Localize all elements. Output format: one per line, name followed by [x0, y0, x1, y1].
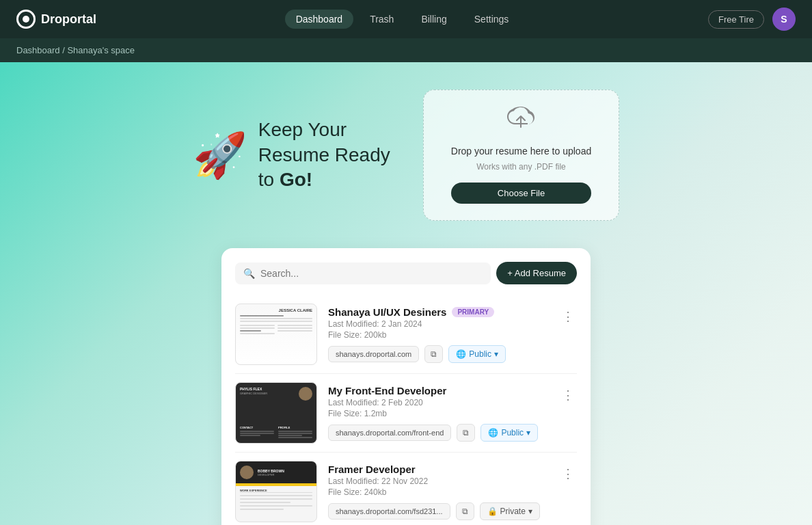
- visibility-button-1[interactable]: 🌐 Public ▾: [448, 345, 506, 363]
- lock-icon-3: 🔒: [487, 507, 498, 516]
- primary-badge-1: PRIMARY: [452, 307, 494, 317]
- file-name-3: Framer Developer: [328, 463, 416, 475]
- hero-left: 🚀 Keep Your Resume Ready to Go!: [193, 118, 390, 192]
- file-url-row-2: shanays.droportal.com/front-end ⧉ 🌐 Publ…: [328, 424, 548, 442]
- plan-badge[interactable]: Free Tire: [708, 10, 764, 29]
- search-bar: 🔍 + Add Resume: [235, 262, 577, 284]
- breadcrumb: Dashboard / Shanaya's space: [0, 38, 812, 62]
- nav-right: Free Tire S: [708, 8, 796, 31]
- more-options-button-2[interactable]: ⋮: [559, 385, 577, 405]
- more-options-button-1[interactable]: ⋮: [559, 306, 577, 327]
- file-name-2: My Front-End Developer: [328, 385, 446, 396]
- file-name-row-3: Framer Developer: [328, 463, 548, 475]
- search-input-wrap: 🔍: [235, 262, 491, 284]
- rocket-icon: 🚀: [193, 133, 247, 177]
- file-info-1: Shanaya UI/UX Desiners PRIMARY Last Modi…: [328, 306, 548, 363]
- file-meta-2: Last Modified: 2 Feb 2020: [328, 398, 548, 407]
- search-input[interactable]: [260, 268, 483, 279]
- file-info-3: Framer Developer Last Modified: 22 Nov 2…: [328, 463, 548, 520]
- chevron-down-icon-3: ▾: [528, 507, 532, 516]
- file-url-3: shanays.droportal.com/fsd231...: [328, 503, 450, 520]
- hero-section: 🚀 Keep Your Resume Ready to Go! Drop you…: [105, 90, 707, 221]
- file-item: JESSICA CLAIRE: [235, 295, 577, 374]
- file-name-row-2: My Front-End Developer: [328, 385, 548, 396]
- visibility-label-1: Public: [469, 349, 491, 359]
- hero-line2: Resume Ready: [258, 144, 390, 165]
- file-meta-3: Last Modified: 22 Nov 2022: [328, 476, 548, 486]
- app-logo: Droportal: [16, 10, 96, 29]
- avatar[interactable]: S: [772, 8, 796, 31]
- chevron-down-icon-2: ▾: [526, 428, 530, 438]
- hero-text: Keep Your Resume Ready to Go!: [258, 118, 390, 192]
- globe-icon-1: 🌐: [456, 349, 466, 359]
- file-item-3: BOBBY BROWN DEVELOPER WORK EXPERIENCE Fr…: [235, 453, 577, 525]
- files-container: 🔍 + Add Resume JESSICA CLAIRE: [221, 248, 591, 525]
- copy-url-button-1[interactable]: ⧉: [424, 345, 443, 363]
- main-content: 🚀 Keep Your Resume Ready to Go! Drop you…: [0, 62, 812, 525]
- chevron-down-icon-1: ▾: [494, 349, 498, 359]
- upload-main-text: Drop your resume here to upload: [451, 146, 591, 157]
- file-name-row-1: Shanaya UI/UX Desiners PRIMARY: [328, 306, 548, 318]
- upload-box: Drop your resume here to upload Works wi…: [423, 90, 619, 221]
- file-info-2: My Front-End Developer Last Modified: 2 …: [328, 385, 548, 442]
- file-size-1: File Size: 200kb: [328, 330, 548, 340]
- nav-trash[interactable]: Trash: [359, 10, 405, 29]
- file-size-2: File Size: 1.2mb: [328, 409, 548, 418]
- file-item-2: PHYLIS FLEX GRAPHIC DESIGNER CONTACT PRO…: [235, 374, 577, 453]
- nav-billing[interactable]: Billing: [410, 10, 457, 29]
- upload-icon: [507, 107, 534, 137]
- breadcrumb-text: Dashboard / Shanaya's space: [16, 45, 135, 55]
- copy-url-button-2[interactable]: ⧉: [457, 424, 475, 442]
- visibility-label-2: Public: [501, 428, 524, 438]
- file-name-1: Shanaya UI/UX Desiners: [328, 306, 446, 318]
- nav-settings[interactable]: Settings: [463, 10, 520, 29]
- search-icon: 🔍: [243, 268, 255, 279]
- visibility-button-2[interactable]: 🌐 Public ▾: [481, 424, 538, 442]
- app-name: Droportal: [41, 12, 96, 27]
- logo-icon: [16, 10, 36, 29]
- file-thumbnail-3: BOBBY BROWN DEVELOPER WORK EXPERIENCE: [235, 461, 317, 522]
- file-meta-1: Last Modified: 2 Jan 2024: [328, 319, 548, 329]
- more-options-button-3[interactable]: ⋮: [559, 463, 577, 484]
- copy-url-button-3[interactable]: ⧉: [456, 502, 474, 520]
- hero-line1: Keep Your: [258, 119, 347, 140]
- file-thumbnail-2: PHYLIS FLEX GRAPHIC DESIGNER CONTACT PRO…: [235, 382, 317, 444]
- navbar: Droportal Dashboard Trash Billing Settin…: [0, 0, 812, 38]
- globe-icon-2: 🌐: [488, 428, 498, 438]
- hero-bold: Go!: [280, 169, 312, 190]
- file-url-row-1: shanays.droportal.com ⧉ 🌐 Public ▾: [328, 345, 548, 363]
- choose-file-button[interactable]: Choose File: [451, 183, 591, 204]
- hero-line3: to: [258, 169, 280, 190]
- file-url-row-3: shanays.droportal.com/fsd231... ⧉ 🔒 Priv…: [328, 502, 548, 520]
- file-size-3: File Size: 240kb: [328, 487, 548, 497]
- upload-sub-text: Works with any .PDF file: [476, 162, 565, 172]
- visibility-button-3[interactable]: 🔒 Private ▾: [480, 502, 540, 520]
- file-url-1: shanays.droportal.com: [328, 346, 419, 362]
- file-url-2: shanays.droportal.com/front-end: [328, 425, 451, 441]
- visibility-label-3: Private: [500, 507, 526, 516]
- nav-links: Dashboard Trash Billing Settings: [118, 10, 686, 29]
- nav-dashboard[interactable]: Dashboard: [285, 10, 354, 29]
- file-thumbnail-1: JESSICA CLAIRE: [235, 304, 317, 365]
- add-resume-button[interactable]: + Add Resume: [496, 262, 577, 284]
